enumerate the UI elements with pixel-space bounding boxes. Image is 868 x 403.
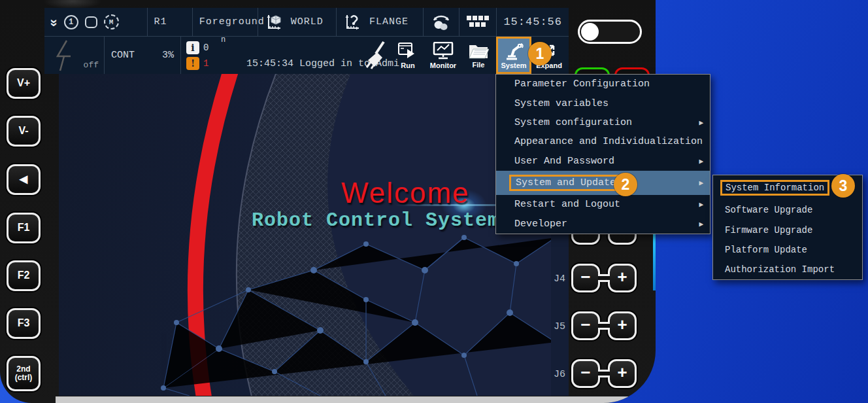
info-count: 0	[203, 43, 209, 53]
manual-mode-letter: M	[109, 18, 114, 26]
menu-item-label: Parameter Configuration	[514, 79, 650, 90]
minus-glyph: −	[580, 316, 591, 336]
keyboard-cell[interactable]	[459, 8, 497, 36]
run-icon	[398, 42, 418, 60]
step-number: 1	[536, 45, 544, 63]
menu-item-appearance[interactable]: Appearance and Individualization	[496, 132, 710, 151]
plus-glyph: +	[617, 268, 627, 288]
menu-item-user-and-password[interactable]: User And Password ▶	[496, 152, 710, 171]
toolbar-action-row: off CONT 3% i 0 ! 1 n 15:45:34 Logged in…	[44, 36, 569, 74]
flange-coord-label: FLANGE	[369, 16, 409, 27]
submenu-item-software-upgrade[interactable]: Software Upgrade	[713, 200, 862, 220]
drive-off-label: off	[84, 60, 99, 70]
jog-link	[598, 370, 610, 377]
toolbar-icon-group: » 1 M	[44, 8, 148, 36]
tutorial-step-2-badge: 2	[614, 173, 637, 196]
f2-key[interactable]: F2	[7, 260, 41, 291]
menu-item-system-configuration[interactable]: System configuration ▶	[496, 113, 710, 132]
key-sublabel: (ctrl)	[15, 374, 33, 382]
submenu-item-label: Platform Update	[725, 245, 807, 255]
f1-key[interactable]: F1	[7, 213, 41, 243]
jog-j6-plus-button[interactable]: +	[608, 359, 637, 388]
submenu-item-authorization-import[interactable]: Authorization Import	[713, 260, 862, 279]
menu-item-label: User And Password	[514, 156, 614, 167]
welcome-screen: Welcome Robot Control System	[59, 74, 569, 396]
override-cell[interactable]: CONT 3%	[105, 37, 181, 74]
tutorial-highlight-box: System Information	[720, 180, 829, 196]
toggle-knob	[581, 23, 599, 41]
tutorial-step-3-badge: 3	[831, 174, 855, 198]
drive-off-icon	[51, 39, 77, 72]
keyboard-icon	[466, 14, 490, 30]
clear-messages-button[interactable]	[364, 41, 386, 73]
world-coord-cell[interactable]: WORLD	[258, 8, 337, 36]
submenu-item-label: Software Upgrade	[725, 205, 812, 215]
submenu-arrow-icon: ▶	[699, 118, 703, 127]
task-state-label: Foreground	[199, 16, 265, 27]
robot-name: R1	[154, 16, 167, 27]
system-button[interactable]: System	[496, 37, 531, 74]
back-arrow-icon: ◀	[20, 174, 27, 185]
task-state-cell[interactable]: Foreground	[193, 8, 258, 36]
run-label: Run	[401, 61, 414, 69]
jog-device-cell[interactable]	[424, 8, 459, 36]
jog-j4-plus-button[interactable]: +	[608, 264, 637, 292]
key-label: V-	[18, 126, 28, 137]
key-label: F1	[18, 222, 30, 234]
jog-axis-label-j6: J6	[554, 369, 565, 380]
clock-cell: 15:45:56	[497, 8, 569, 36]
jog-j6-minus-button[interactable]: −	[571, 359, 600, 388]
menu-item-label: Developer	[514, 219, 567, 230]
submenu-item-firmware-upgrade[interactable]: Firmware Upgrade	[713, 220, 862, 239]
jog-pair-j6: − +	[571, 359, 637, 388]
override-value: 3%	[162, 50, 174, 61]
menu-item-system-variables[interactable]: System variables	[496, 94, 710, 113]
collapse-chevrons-icon[interactable]: »	[47, 19, 61, 26]
menu-item-parameter-configuration[interactable]: Parameter Configuration	[496, 75, 710, 94]
flange-coord-icon	[343, 12, 363, 32]
menu-item-label: System configuration	[514, 117, 632, 128]
drive-power-cell[interactable]: off	[44, 37, 105, 74]
jog-pair-j5: − +	[571, 311, 637, 340]
warning-badge-icon: !	[186, 57, 199, 70]
monitor-label: Monitor	[430, 61, 456, 69]
warn-glyph: !	[191, 58, 195, 69]
menu-item-label: Appearance and Individualization	[514, 136, 703, 147]
joystick-icon	[430, 12, 452, 32]
flange-coord-cell[interactable]: FLANGE	[337, 8, 424, 36]
back-key[interactable]: ◀	[7, 164, 41, 195]
monitor-icon	[433, 42, 454, 60]
enable-toggle[interactable]	[578, 20, 642, 44]
jog-axis-label-j4: J4	[554, 273, 565, 285]
submenu-arrow-icon: ▶	[699, 200, 703, 209]
plus-glyph: +	[617, 364, 627, 383]
submenu-item-label: System Information	[726, 183, 824, 193]
welcome-subtitle: Robot Control System	[252, 209, 500, 232]
jog-j5-plus-button[interactable]: +	[608, 311, 637, 340]
robot-cell[interactable]: R1	[148, 8, 193, 36]
f3-key[interactable]: F3	[7, 308, 41, 339]
menu-item-restart-and-logout[interactable]: Restart and Logout ▶	[496, 195, 710, 214]
menu-item-developer[interactable]: Developer ▶	[496, 215, 710, 234]
jog-j4-minus-button[interactable]: −	[571, 264, 600, 292]
stop-state-icon[interactable]	[85, 16, 97, 28]
submenu-item-platform-update[interactable]: Platform Update	[713, 240, 862, 260]
cyan-accent-strip	[653, 230, 656, 290]
system-label: System	[501, 61, 526, 69]
vplus-key[interactable]: V+	[7, 68, 41, 99]
tutorial-highlight-box: System and Update	[509, 175, 622, 191]
step-mode-icon[interactable]: 1	[64, 15, 78, 29]
file-button[interactable]: File	[461, 37, 496, 74]
second-ctrl-key[interactable]: 2nd (ctrl)	[7, 356, 41, 391]
message-status-cell[interactable]: i 0 ! 1 n 15:45:34 Logged in to Admi	[181, 37, 390, 74]
jog-link	[598, 322, 610, 330]
step-number: 2	[622, 176, 630, 194]
vminus-key[interactable]: V-	[7, 116, 41, 147]
jog-j5-minus-button[interactable]: −	[571, 311, 600, 340]
step-mode-number: 1	[69, 18, 73, 27]
manual-mode-icon[interactable]: M	[104, 14, 119, 29]
menu-item-system-and-update[interactable]: System and Update ▶	[496, 171, 710, 195]
monitor-button[interactable]: Monitor	[426, 37, 461, 74]
minus-glyph: −	[580, 364, 591, 383]
run-mode-label: CONT	[111, 50, 135, 61]
